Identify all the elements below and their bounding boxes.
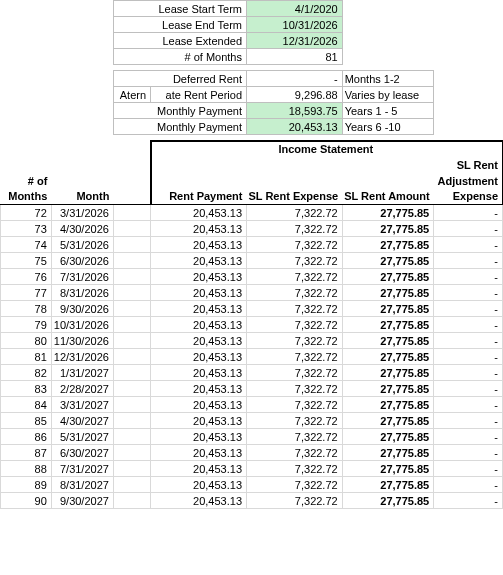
cell-sl-adj[interactable]: -: [434, 493, 503, 509]
note-deferred-rent[interactable]: Months 1-2: [342, 71, 434, 87]
cell-month[interactable]: 4/30/2026: [51, 221, 113, 237]
cell-month-no[interactable]: 82: [1, 365, 52, 381]
cell-month[interactable]: 12/31/2026: [51, 349, 113, 365]
cell-month-no[interactable]: 87: [1, 445, 52, 461]
cell-month-no[interactable]: 78: [1, 301, 52, 317]
cell-month[interactable]: 5/31/2027: [51, 429, 113, 445]
cell-sl-adj[interactable]: -: [434, 237, 503, 253]
cell-sl-amount[interactable]: 27,775.85: [342, 269, 434, 285]
cell-sl-expense[interactable]: 7,322.72: [247, 205, 343, 221]
cell-blank[interactable]: [113, 237, 150, 253]
cell-sl-expense[interactable]: 7,322.72: [247, 365, 343, 381]
value-mp2[interactable]: 20,453.13: [247, 119, 343, 135]
cell-month-no[interactable]: 89: [1, 477, 52, 493]
cell-sl-adj[interactable]: -: [434, 477, 503, 493]
cell-month-no[interactable]: 88: [1, 461, 52, 477]
cell-rent-payment[interactable]: 20,453.13: [151, 301, 247, 317]
cell-blank[interactable]: [113, 445, 150, 461]
cell-blank[interactable]: [113, 493, 150, 509]
cell-sl-amount[interactable]: 27,775.85: [342, 205, 434, 221]
cell-month[interactable]: 8/31/2026: [51, 285, 113, 301]
cell-sl-amount[interactable]: 27,775.85: [342, 381, 434, 397]
cell-sl-expense[interactable]: 7,322.72: [247, 333, 343, 349]
cell-sl-adj[interactable]: -: [434, 205, 503, 221]
cell-sl-expense[interactable]: 7,322.72: [247, 285, 343, 301]
cell-month-no[interactable]: 86: [1, 429, 52, 445]
cell-month-no[interactable]: 75: [1, 253, 52, 269]
cell-blank[interactable]: [113, 301, 150, 317]
cell-month-no[interactable]: 72: [1, 205, 52, 221]
cell-sl-amount[interactable]: 27,775.85: [342, 285, 434, 301]
cell-sl-adj[interactable]: -: [434, 269, 503, 285]
cell-month[interactable]: 1/31/2027: [51, 365, 113, 381]
cell-month[interactable]: 4/30/2027: [51, 413, 113, 429]
label-lease-start[interactable]: Lease Start Term: [113, 1, 246, 17]
cell-sl-amount[interactable]: 27,775.85: [342, 317, 434, 333]
cell-rent-payment[interactable]: 20,453.13: [151, 461, 247, 477]
cell-rent-payment[interactable]: 20,453.13: [151, 317, 247, 333]
cell-month-no[interactable]: 85: [1, 413, 52, 429]
cell-sl-expense[interactable]: 7,322.72: [247, 253, 343, 269]
cell-sl-expense[interactable]: 7,322.72: [247, 301, 343, 317]
cell-sl-amount[interactable]: 27,775.85: [342, 445, 434, 461]
cell-blank[interactable]: [113, 269, 150, 285]
cell-month-no[interactable]: 77: [1, 285, 52, 301]
cell-rent-payment[interactable]: 20,453.13: [151, 493, 247, 509]
cell-month-no[interactable]: 90: [1, 493, 52, 509]
cell-sl-adj[interactable]: -: [434, 349, 503, 365]
cell-rent-payment[interactable]: 20,453.13: [151, 333, 247, 349]
cell-rent-payment[interactable]: 20,453.13: [151, 429, 247, 445]
cell-sl-adj[interactable]: -: [434, 445, 503, 461]
cell-rent-payment[interactable]: 20,453.13: [151, 397, 247, 413]
col-sl-amount[interactable]: SL Rent Amount: [342, 189, 434, 205]
cell-sl-adj[interactable]: -: [434, 429, 503, 445]
cell-sl-adj[interactable]: -: [434, 253, 503, 269]
label-mp2[interactable]: Monthly Payment: [113, 119, 246, 135]
cell-sl-adj[interactable]: -: [434, 285, 503, 301]
cell-rent-payment[interactable]: 20,453.13: [151, 477, 247, 493]
cell-sl-adj[interactable]: -: [434, 365, 503, 381]
cell-sl-amount[interactable]: 27,775.85: [342, 253, 434, 269]
cell-rent-payment[interactable]: 20,453.13: [151, 413, 247, 429]
cell-month-no[interactable]: 81: [1, 349, 52, 365]
label-deferred-rent[interactable]: Deferred Rent: [113, 71, 246, 87]
cell-month[interactable]: 10/31/2026: [51, 317, 113, 333]
cell-month[interactable]: 9/30/2026: [51, 301, 113, 317]
cell-month[interactable]: 8/31/2027: [51, 477, 113, 493]
cell-blank[interactable]: [113, 317, 150, 333]
cell-sl-expense[interactable]: 7,322.72: [247, 445, 343, 461]
cell-sl-expense[interactable]: 7,322.72: [247, 397, 343, 413]
cell-sl-amount[interactable]: 27,775.85: [342, 429, 434, 445]
cell-blank[interactable]: [113, 397, 150, 413]
col-month[interactable]: Month: [51, 189, 113, 205]
col-months-no[interactable]: Months: [1, 189, 52, 205]
value-aternate[interactable]: 9,296.88: [247, 87, 343, 103]
note-aternate[interactable]: Varies by lease: [342, 87, 434, 103]
cell-rent-payment[interactable]: 20,453.13: [151, 349, 247, 365]
label-mp1[interactable]: Monthly Payment: [113, 103, 246, 119]
value-mp1[interactable]: 18,593.75: [247, 103, 343, 119]
cell-month[interactable]: 9/30/2027: [51, 493, 113, 509]
cell-blank[interactable]: [113, 285, 150, 301]
cell-month-no[interactable]: 74: [1, 237, 52, 253]
cell-sl-adj[interactable]: -: [434, 301, 503, 317]
cell-rent-payment[interactable]: 20,453.13: [151, 205, 247, 221]
cell-month-no[interactable]: 80: [1, 333, 52, 349]
cell-sl-adj[interactable]: -: [434, 333, 503, 349]
cell-month[interactable]: 3/31/2026: [51, 205, 113, 221]
label-lease-ext[interactable]: Lease Extended: [113, 33, 246, 49]
cell-sl-amount[interactable]: 27,775.85: [342, 237, 434, 253]
cell-month-no[interactable]: 79: [1, 317, 52, 333]
cell-sl-amount[interactable]: 27,775.85: [342, 221, 434, 237]
cell-month-no[interactable]: 73: [1, 221, 52, 237]
cell-sl-expense[interactable]: 7,322.72: [247, 429, 343, 445]
cell-month[interactable]: 3/31/2027: [51, 397, 113, 413]
cell-sl-adj[interactable]: -: [434, 381, 503, 397]
cell-month-no[interactable]: 76: [1, 269, 52, 285]
cell-sl-expense[interactable]: 7,322.72: [247, 269, 343, 285]
cell-rent-payment[interactable]: 20,453.13: [151, 221, 247, 237]
label-lease-end[interactable]: Lease End Term: [113, 17, 246, 33]
cell-sl-expense[interactable]: 7,322.72: [247, 413, 343, 429]
cell-month[interactable]: 7/31/2027: [51, 461, 113, 477]
cell-rent-payment[interactable]: 20,453.13: [151, 285, 247, 301]
